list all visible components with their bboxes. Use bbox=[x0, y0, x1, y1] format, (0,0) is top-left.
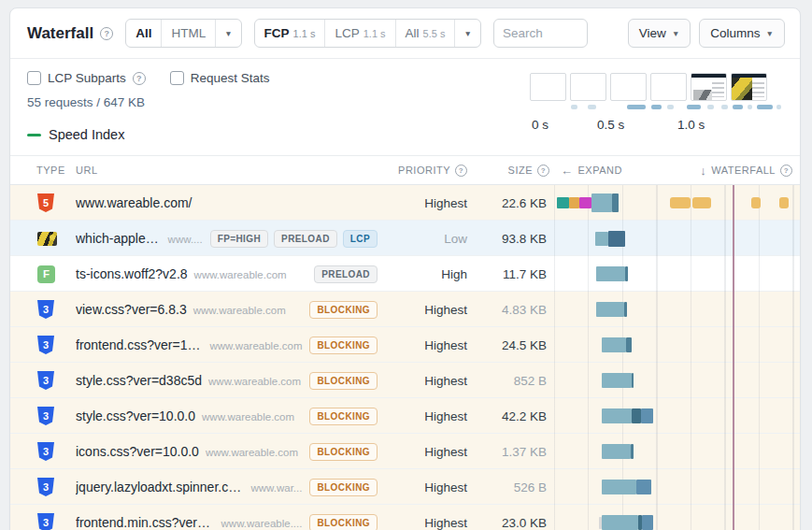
columns-button[interactable]: Columns bbox=[699, 19, 785, 48]
badge-blocking: BLOCKING bbox=[309, 372, 378, 390]
type-filter-all[interactable]: All bbox=[126, 20, 162, 47]
request-domain: www.... bbox=[168, 234, 203, 245]
table-row[interactable]: 3style.css?ver=10.0.0www.wareable.comBLO… bbox=[10, 398, 800, 434]
metric-filter-all[interactable]: All 5.5 s bbox=[396, 20, 456, 47]
arrow-down-icon bbox=[700, 164, 706, 178]
metric-marker-line bbox=[733, 434, 734, 469]
request-domain: www.wareable.... bbox=[221, 518, 303, 529]
waterfall-help-icon[interactable] bbox=[100, 27, 113, 40]
request-url: icons.css?ver=10.0.0 bbox=[76, 444, 199, 459]
metric-marker-line bbox=[733, 185, 734, 221]
table-header: TYPE URL PRIORITY SIZE EXPAND WATERFALL bbox=[10, 155, 800, 185]
header-priority[interactable]: PRIORITY bbox=[387, 165, 467, 177]
priority-value: High bbox=[387, 267, 467, 281]
waterfall-bar-segment bbox=[608, 231, 625, 247]
request-rows: 5www.wareable.com/Highest22.6 KBwhich-ap… bbox=[10, 185, 800, 530]
checkbox-icon bbox=[170, 71, 184, 85]
badges-cell: BLOCKING bbox=[309, 337, 387, 354]
metric-filter-group: FCP 1.1 s LCP 1.1 s All 5.5 s bbox=[254, 19, 481, 48]
type-filter-dropdown[interactable] bbox=[216, 20, 240, 47]
filmstrip-frame[interactable] bbox=[610, 73, 647, 101]
filmstrip-frame[interactable] bbox=[691, 73, 727, 101]
timeline-tick bbox=[733, 105, 743, 109]
table-row[interactable]: 3frontend.min.css?ver=3.33.2www.wareable… bbox=[10, 505, 800, 530]
request-url: which-apple-watch-7... bbox=[76, 231, 162, 246]
table-row[interactable]: Fts-icons.woff2?v2.8www.wareable.comPREL… bbox=[10, 256, 800, 292]
waterfall-bar-segment bbox=[625, 266, 628, 281]
font-file-icon: F bbox=[37, 265, 55, 283]
timeline-tick bbox=[707, 105, 714, 109]
filmstrip-frame[interactable] bbox=[530, 73, 566, 101]
filmstrip-frame[interactable] bbox=[570, 73, 606, 101]
badge-lcp: LCP bbox=[343, 230, 378, 248]
size-value: 22.6 KB bbox=[467, 196, 549, 210]
table-row[interactable]: 3style.css?ver=d38c5dwww.wareable.comBLO… bbox=[10, 363, 800, 398]
toolbar: Waterfall All HTML FCP 1.1 s LCP 1.1 s A… bbox=[10, 8, 800, 59]
waterfall-cell bbox=[549, 185, 800, 221]
size-value: 24.5 KB bbox=[467, 338, 549, 352]
frame-text-lines bbox=[712, 82, 724, 97]
size-help-icon[interactable] bbox=[537, 165, 549, 177]
page-title: Waterfall bbox=[27, 24, 93, 43]
filmstrip-frame[interactable] bbox=[650, 73, 687, 101]
badge-preload: PRELOAD bbox=[314, 265, 378, 283]
request-stats-checkbox[interactable]: Request Stats bbox=[170, 71, 270, 85]
type-cell: 3 bbox=[36, 371, 76, 390]
url-cell: style.css?ver=10.0.0www.wareable.com bbox=[76, 408, 309, 423]
header-size[interactable]: SIZE bbox=[467, 165, 549, 177]
priority-value: Highest bbox=[387, 338, 467, 352]
table-row[interactable]: 3icons.css?ver=10.0.0www.wareable.comBLO… bbox=[10, 434, 800, 469]
metric-filter-fcp[interactable]: FCP 1.1 s bbox=[255, 20, 326, 47]
badges-cell: FP=HIGHPRELOADLCP bbox=[210, 230, 387, 248]
request-url: frontend.css?ver=1.1.0 bbox=[76, 337, 203, 352]
lcp-subparts-checkbox[interactable]: LCP Subparts bbox=[27, 71, 146, 85]
table-row[interactable]: which-apple-watch-7...www....FP=HIGHPREL… bbox=[10, 221, 800, 256]
size-value: 42.2 KB bbox=[467, 409, 549, 423]
request-domain: www.wareable.com bbox=[194, 269, 287, 280]
time-label: 1.0 s bbox=[677, 118, 705, 132]
header-waterfall-sort[interactable]: WATERFALL bbox=[700, 164, 792, 178]
request-url: www.wareable.com/ bbox=[76, 195, 192, 210]
timeline-tick bbox=[571, 105, 577, 109]
priority-help-icon[interactable] bbox=[455, 165, 467, 177]
url-cell: frontend.css?ver=1.1.0www.wareable.com bbox=[76, 337, 309, 352]
table-row[interactable]: 3view.css?ver=6.8.3www.wareable.comBLOCK… bbox=[10, 292, 800, 327]
type-cell: 3 bbox=[36, 300, 76, 319]
expand-waterfall-button[interactable]: EXPAND bbox=[561, 164, 622, 178]
time-label: 0 s bbox=[532, 118, 548, 132]
timeline-tick bbox=[651, 105, 662, 109]
metric-filter-lcp[interactable]: LCP 1.1 s bbox=[325, 20, 395, 47]
metric-marker-line bbox=[733, 398, 734, 434]
waterfall-cell bbox=[549, 505, 800, 530]
priority-value: Highest bbox=[387, 409, 467, 423]
url-cell: which-apple-watch-7...www.... bbox=[76, 231, 210, 246]
waterfall-bar-segment bbox=[596, 266, 625, 281]
waterfall-cell bbox=[549, 327, 800, 363]
request-domain: www.wareable.com bbox=[193, 305, 286, 316]
priority-value: Highest bbox=[387, 480, 467, 494]
table-row[interactable]: 5www.wareable.com/Highest22.6 KB bbox=[10, 185, 800, 221]
waterfall-column-help-icon[interactable] bbox=[780, 165, 792, 177]
view-button[interactable]: View bbox=[628, 19, 691, 48]
table-row[interactable]: 3frontend.css?ver=1.1.0www.wareable.comB… bbox=[10, 327, 800, 363]
waterfall-bar-segment bbox=[569, 197, 579, 208]
size-value: 4.83 KB bbox=[467, 303, 549, 317]
waterfall-cell bbox=[549, 256, 800, 292]
waterfall-bar-segment bbox=[596, 302, 624, 317]
table-row[interactable]: 3jquery.lazyloadxt.spinner.css?ve...www.… bbox=[10, 469, 800, 505]
lcp-subparts-help-icon[interactable] bbox=[133, 72, 146, 85]
badge-blocking: BLOCKING bbox=[309, 337, 378, 354]
waterfall-bar-segment bbox=[602, 337, 626, 352]
waterfall-bar-segment bbox=[632, 373, 634, 388]
size-value: 1.37 KB bbox=[467, 445, 549, 459]
filmstrip: 0 s0.5 s1.0 s bbox=[530, 71, 784, 155]
request-url: frontend.min.css?ver=3.33.2 bbox=[76, 515, 215, 530]
type-filter-html[interactable]: HTML bbox=[162, 20, 216, 47]
metric-filter-dropdown[interactable] bbox=[455, 20, 479, 47]
search-input[interactable] bbox=[493, 19, 588, 48]
badge-blocking: BLOCKING bbox=[309, 408, 378, 425]
metric-marker-line bbox=[733, 256, 734, 292]
sub-header: LCP Subparts Request Stats 55 requests /… bbox=[10, 59, 800, 155]
url-cell: frontend.min.css?ver=3.33.2www.wareable.… bbox=[76, 515, 309, 530]
filmstrip-frame[interactable] bbox=[731, 73, 767, 101]
